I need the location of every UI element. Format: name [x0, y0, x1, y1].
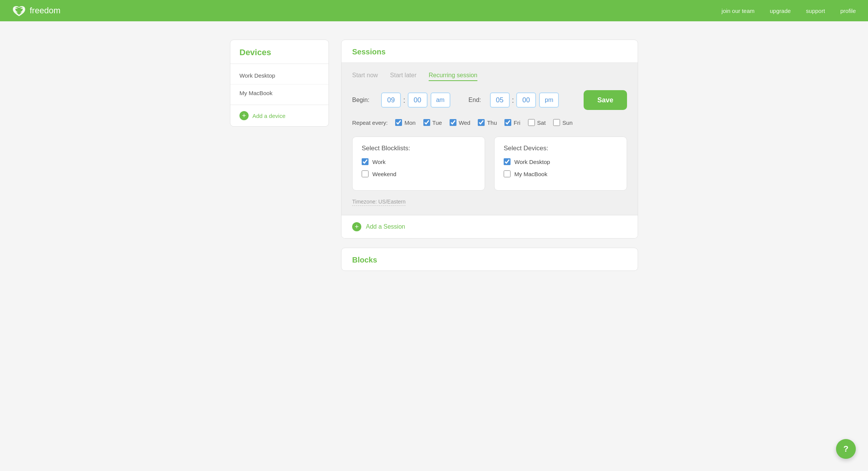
- right-content: Sessions Start now Start later Recurring…: [341, 40, 638, 271]
- tab-recurring[interactable]: Recurring session: [429, 72, 477, 81]
- session-form-area: Start now Start later Recurring session …: [341, 63, 638, 215]
- end-time-group: :: [490, 92, 559, 108]
- add-device-icon: +: [239, 111, 249, 120]
- colon-2: :: [512, 96, 514, 105]
- colon-1: :: [403, 96, 405, 105]
- sidebar: Devices Work Desktop My MacBook + Add a …: [230, 40, 329, 271]
- day-wed[interactable]: Wed: [450, 119, 471, 126]
- session-tabs: Start now Start later Recurring session: [352, 72, 627, 81]
- help-icon: ?: [843, 444, 848, 454]
- blocks-title: Blocks: [352, 256, 377, 264]
- blocklist-weekend-label: Weekend: [372, 171, 396, 177]
- help-button[interactable]: ?: [836, 439, 856, 459]
- day-tue-label: Tue: [432, 119, 442, 126]
- end-minute-input[interactable]: [516, 92, 536, 108]
- add-device-button[interactable]: + Add a device: [230, 105, 329, 126]
- add-session-label: Add a Session: [366, 223, 405, 230]
- begin-ampm-input[interactable]: [431, 92, 450, 108]
- sessions-header: Sessions: [341, 40, 638, 63]
- logo: freedom: [12, 4, 61, 18]
- blocklist-work-label: Work: [372, 159, 386, 165]
- add-session-button[interactable]: + Add a Session: [341, 215, 638, 238]
- sidebar-card: Devices Work Desktop My MacBook + Add a …: [230, 40, 329, 127]
- header-nav: join our team upgrade support profile: [721, 8, 856, 14]
- tab-start-later[interactable]: Start later: [390, 72, 416, 81]
- blocks-header: Blocks: [341, 248, 638, 271]
- nav-upgrade[interactable]: upgrade: [770, 8, 791, 14]
- blocklist-weekend-checkbox[interactable]: [362, 170, 369, 177]
- end-label: End:: [469, 97, 484, 103]
- begin-time-group: :: [381, 92, 450, 108]
- day-mon-label: Mon: [404, 119, 415, 126]
- day-mon-checkbox[interactable]: [395, 119, 402, 126]
- end-hour-input[interactable]: [490, 92, 510, 108]
- time-row: Begin: : End: : Save: [352, 90, 627, 110]
- day-sat[interactable]: Sat: [528, 119, 546, 126]
- logo-icon: [12, 4, 26, 18]
- blocks-card: Blocks: [341, 248, 638, 271]
- add-session-icon: +: [352, 222, 361, 231]
- day-fri[interactable]: Fri: [504, 119, 520, 126]
- nav-join[interactable]: join our team: [721, 8, 755, 14]
- repeat-label: Repeat every:: [352, 119, 388, 126]
- sidebar-device-list: Work Desktop My MacBook: [230, 64, 329, 105]
- day-sun-checkbox[interactable]: [553, 119, 560, 126]
- sidebar-device-item[interactable]: My MacBook: [230, 84, 329, 102]
- day-mon[interactable]: Mon: [395, 119, 415, 126]
- blocklists-title: Select Blocklists:: [362, 145, 475, 152]
- sidebar-header: Devices: [230, 40, 329, 64]
- device-macbook-label: My MacBook: [514, 171, 547, 177]
- day-thu-checkbox[interactable]: [478, 119, 485, 126]
- select-panels-row: Select Blocklists: Work Weekend Select D…: [352, 137, 627, 191]
- day-sat-label: Sat: [537, 119, 546, 126]
- main-content: Devices Work Desktop My MacBook + Add a …: [206, 21, 662, 289]
- devices-title: Select Devices:: [504, 145, 617, 152]
- day-tue[interactable]: Tue: [423, 119, 442, 126]
- day-fri-label: Fri: [514, 119, 520, 126]
- timezone-label: Timezone: US/Eastern: [352, 199, 405, 205]
- timezone-row[interactable]: Timezone: US/Eastern: [352, 199, 405, 206]
- day-thu-label: Thu: [487, 119, 497, 126]
- devices-panel: Select Devices: Work Desktop My MacBook: [494, 137, 627, 191]
- device-work-desktop-checkbox[interactable]: [504, 158, 511, 165]
- add-device-label: Add a device: [252, 113, 286, 119]
- device-work-desktop-label: Work Desktop: [514, 159, 550, 165]
- sessions-card: Sessions Start now Start later Recurring…: [341, 40, 638, 239]
- sidebar-title: Devices: [239, 48, 271, 57]
- sessions-title: Sessions: [352, 48, 386, 56]
- blocklist-work-checkbox[interactable]: [362, 158, 369, 165]
- begin-hour-input[interactable]: [381, 92, 401, 108]
- nav-support[interactable]: support: [806, 8, 825, 14]
- blocklist-weekend[interactable]: Weekend: [362, 170, 475, 177]
- day-sat-checkbox[interactable]: [528, 119, 535, 126]
- device-macbook[interactable]: My MacBook: [504, 170, 617, 177]
- begin-minute-input[interactable]: [408, 92, 428, 108]
- day-thu[interactable]: Thu: [478, 119, 497, 126]
- day-wed-checkbox[interactable]: [450, 119, 456, 126]
- sidebar-device-item[interactable]: Work Desktop: [230, 67, 329, 84]
- blocklist-work[interactable]: Work: [362, 158, 475, 165]
- end-ampm-input[interactable]: [539, 92, 559, 108]
- day-fri-checkbox[interactable]: [504, 119, 511, 126]
- day-sun-label: Sun: [562, 119, 573, 126]
- day-wed-label: Wed: [459, 119, 471, 126]
- blocklists-panel: Select Blocklists: Work Weekend: [352, 137, 485, 191]
- begin-label: Begin:: [352, 97, 375, 103]
- device-work-desktop[interactable]: Work Desktop: [504, 158, 617, 165]
- day-tue-checkbox[interactable]: [423, 119, 430, 126]
- save-button[interactable]: Save: [584, 90, 627, 110]
- device-macbook-checkbox[interactable]: [504, 170, 511, 177]
- repeat-row: Repeat every: Mon Tue Wed: [352, 119, 627, 126]
- day-sun[interactable]: Sun: [553, 119, 573, 126]
- tab-start-now[interactable]: Start now: [352, 72, 378, 81]
- header: freedom join our team upgrade support pr…: [0, 0, 868, 21]
- logo-text: freedom: [30, 6, 61, 16]
- nav-profile[interactable]: profile: [840, 8, 856, 14]
